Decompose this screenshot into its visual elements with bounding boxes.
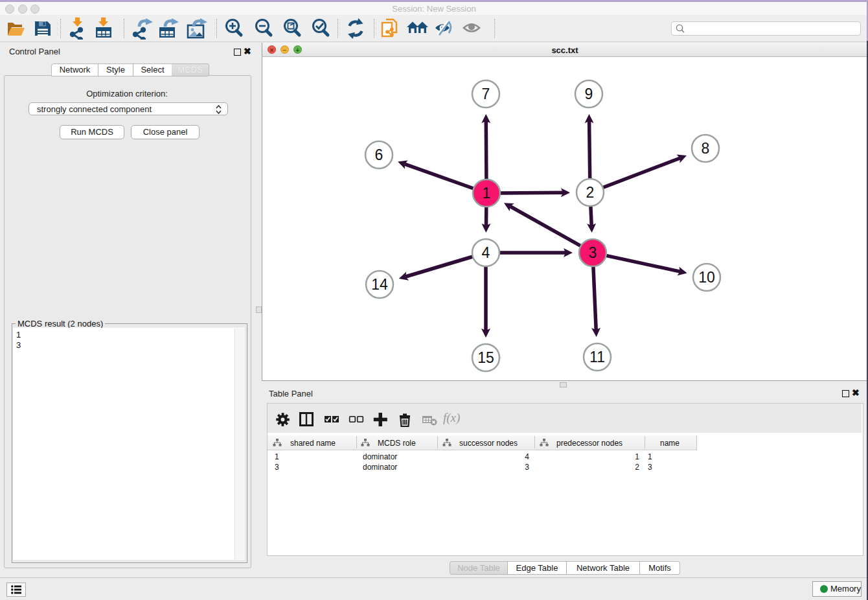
svg-text:11: 11 — [589, 349, 605, 365]
svg-text:3: 3 — [589, 244, 597, 261]
svg-text:1: 1 — [483, 185, 491, 202]
svg-text:9: 9 — [585, 86, 593, 102]
svg-text:14: 14 — [371, 276, 388, 293]
svg-text:15: 15 — [477, 349, 494, 366]
svg-text:10: 10 — [698, 269, 715, 286]
svg-text:2: 2 — [586, 184, 595, 201]
svg-text:4: 4 — [482, 244, 490, 261]
svg-text:8: 8 — [702, 140, 710, 157]
svg-text:6: 6 — [375, 146, 383, 163]
svg-text:7: 7 — [482, 86, 490, 102]
